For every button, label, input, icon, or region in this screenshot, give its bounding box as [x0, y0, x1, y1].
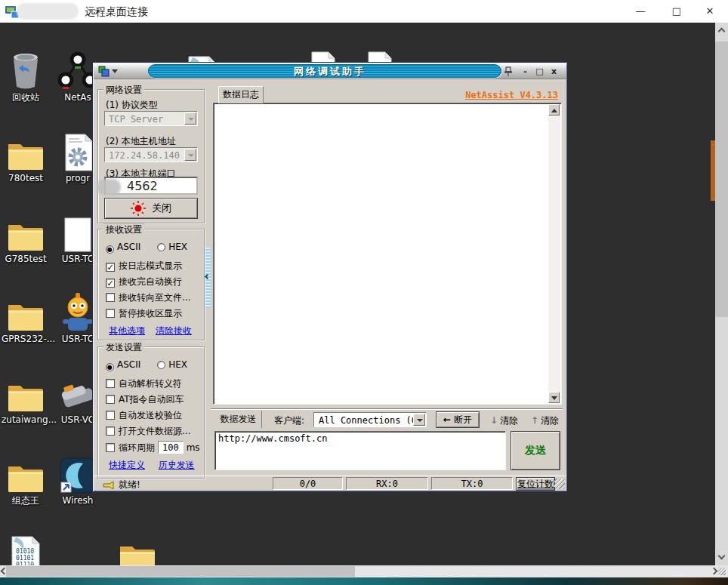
checkbox-log-mode[interactable]: ✓按日志模式显示: [106, 260, 182, 272]
combo-arrow-icon[interactable]: [184, 149, 196, 161]
desktop-icon-zutaiwang-folder[interactable]: 组态王: [2, 453, 50, 506]
clear-send-button[interactable]: ↑清除: [531, 414, 559, 427]
vertical-scrollbar-thumb[interactable]: [715, 42, 728, 317]
checkbox-mark: [106, 426, 115, 436]
recycle-bin-icon: [2, 50, 50, 91]
app-minimize-button[interactable]: -: [520, 66, 531, 77]
client-label: 客户端:: [274, 414, 304, 427]
rdp-minimize-button[interactable]: —: [631, 3, 649, 20]
desktop-icon-hongdian-module[interactable]: 宏电通讯模块 数据中心软件: [110, 533, 165, 565]
svg-text:01010: 01010: [16, 548, 34, 555]
log-scrollbar[interactable]: [548, 104, 560, 403]
recv-ascii-radio[interactable]: ●ASCII: [106, 242, 140, 252]
tab-data-send[interactable]: 数据发送: [215, 411, 262, 428]
netassist-titlebar[interactable]: 网络调试助手 - □ x: [94, 63, 566, 79]
app-maximize-button[interactable]: □: [534, 66, 545, 77]
radio-label: ASCII: [117, 359, 140, 370]
up-arrow-icon: ↑: [531, 415, 538, 426]
radio-label: HEX: [168, 242, 187, 252]
checkbox-mark: [106, 309, 115, 318]
censor-blob: [97, 179, 121, 196]
server-close-button[interactable]: 关闭: [104, 198, 198, 219]
screen: 远程桌面连接 — □ ✕ 回收站 NetAs 780test: [0, 0, 728, 585]
checkbox-mark: [106, 395, 115, 404]
chevron-right-icon[interactable]: [711, 568, 718, 575]
disconnect-button[interactable]: ← 断开: [436, 411, 480, 428]
app-title: 网络调试助手: [94, 65, 566, 79]
recv-links: 其他选项 清除接收: [109, 325, 192, 337]
checkbox-cycle-send[interactable]: 循环周期 ms: [106, 441, 200, 454]
checkbox-label: 暂停接收区显示: [119, 308, 182, 319]
checkbox-label: 接收完自动换行: [119, 276, 182, 287]
host-address-select[interactable]: 172.24.58.140: [104, 147, 198, 162]
left-arrow-icon: ←: [443, 414, 451, 425]
checkbox-mark: ✓: [106, 263, 115, 272]
checkbox-at-cr[interactable]: AT指令自动回车: [106, 393, 184, 406]
desktop-icon-zutaiwang[interactable]: zutaiwang...: [2, 372, 50, 425]
clear-receive-button[interactable]: ↓清除: [490, 414, 518, 427]
censored-connection-name: [17, 3, 79, 20]
rdp-close-button[interactable]: ✕: [701, 3, 719, 20]
checkbox-auto-checksum[interactable]: 自动发送校验位: [106, 409, 182, 422]
scroll-down-button[interactable]: [548, 392, 560, 403]
checkbox-parse-escape[interactable]: 自动解析转义符: [106, 377, 182, 390]
checkbox-file-source[interactable]: 打开文件数据源...: [106, 425, 190, 438]
binary-capture-file-icon: 010100110101110: [2, 533, 50, 565]
vertical-scrollbar[interactable]: [715, 23, 728, 565]
desktop-icon-g785test[interactable]: G785test: [2, 211, 50, 264]
checkbox-label: 自动解析转义符: [119, 378, 182, 389]
status-led-icon: [131, 201, 146, 216]
other-options-link[interactable]: 其他选项: [109, 325, 145, 336]
desktop-icon-recycle-bin[interactable]: 回收站: [2, 50, 50, 103]
checkbox-label: 打开文件数据源...: [119, 426, 190, 436]
pushpin-icon[interactable]: [502, 66, 514, 80]
checkbox-label: 接收转向至文件...: [119, 292, 190, 303]
clear-receive-link[interactable]: 清除接收: [156, 325, 192, 336]
radio-label: HEX: [168, 359, 187, 370]
rdp-maximize-button[interactable]: □: [668, 3, 686, 20]
combo-arrow-icon[interactable]: [184, 112, 196, 125]
group-title: 接收设置: [103, 223, 144, 236]
shortcut-define-link[interactable]: 快捷定义: [109, 460, 145, 470]
history-send-link[interactable]: 历史发送: [159, 460, 195, 470]
checkbox-pause-display[interactable]: 暂停接收区显示: [106, 307, 182, 320]
version-link[interactable]: NetAssist V4.3.13: [465, 90, 558, 100]
desktop-icon-780test[interactable]: 780test: [2, 131, 50, 183]
resize-grip[interactable]: [554, 479, 565, 489]
radio-label: ASCII: [117, 242, 140, 252]
protocol-type-select[interactable]: TCP Server: [104, 111, 198, 126]
connections-select[interactable]: All Connections (0): [313, 412, 427, 427]
checkbox-auto-newline[interactable]: ✓接收完自动换行: [106, 276, 182, 288]
recv-hex-radio[interactable]: HEX: [157, 242, 187, 252]
desktop-icon-sfdfdsfdsfs[interactable]: 010100110101110 sfdfdsfdsfs: [2, 533, 50, 565]
rx-counter: RX:0: [346, 477, 428, 490]
horizontal-scrollbar[interactable]: [0, 565, 728, 577]
data-log-area[interactable]: [213, 103, 562, 405]
horizontal-scrollbar-thumb[interactable]: [6, 566, 355, 577]
desktop-icon-gprs232[interactable]: GPRS232-...: [2, 291, 50, 344]
folder-icon: [2, 211, 50, 252]
send-ascii-radio[interactable]: ●ASCII: [106, 359, 140, 370]
combo-arrow-icon[interactable]: [413, 414, 425, 426]
protocol-type-label: (1) 协议类型: [106, 99, 158, 112]
checkbox-save-to-file[interactable]: 接收转向至文件...: [106, 291, 190, 304]
cycle-period-input[interactable]: [158, 441, 184, 454]
reset-count-button[interactable]: 复位计数: [516, 477, 555, 491]
scroll-up-button[interactable]: [548, 104, 560, 115]
panel-collapse-handle[interactable]: [205, 248, 211, 308]
rdp-window-title: 远程桌面连接: [85, 5, 148, 19]
radio-mark: [157, 243, 165, 251]
send-hex-radio[interactable]: HEX: [157, 359, 187, 370]
app-close-button[interactable]: x: [548, 66, 560, 77]
send-data-input[interactable]: http://www.cmsoft.cn: [214, 431, 506, 470]
corner-resize-grip: [718, 568, 726, 575]
chevron-up-icon[interactable]: [718, 28, 726, 35]
folder-icon: [2, 453, 50, 494]
folder-icon: [2, 131, 50, 171]
send-button[interactable]: 发送: [511, 431, 560, 470]
tab-data-log[interactable]: 数据日志: [218, 86, 264, 103]
checkbox-label: 自动发送校验位: [119, 410, 182, 420]
ready-status: 就绪!: [103, 479, 140, 491]
folder-icon: [110, 533, 165, 565]
chevron-down-icon[interactable]: [718, 553, 726, 560]
